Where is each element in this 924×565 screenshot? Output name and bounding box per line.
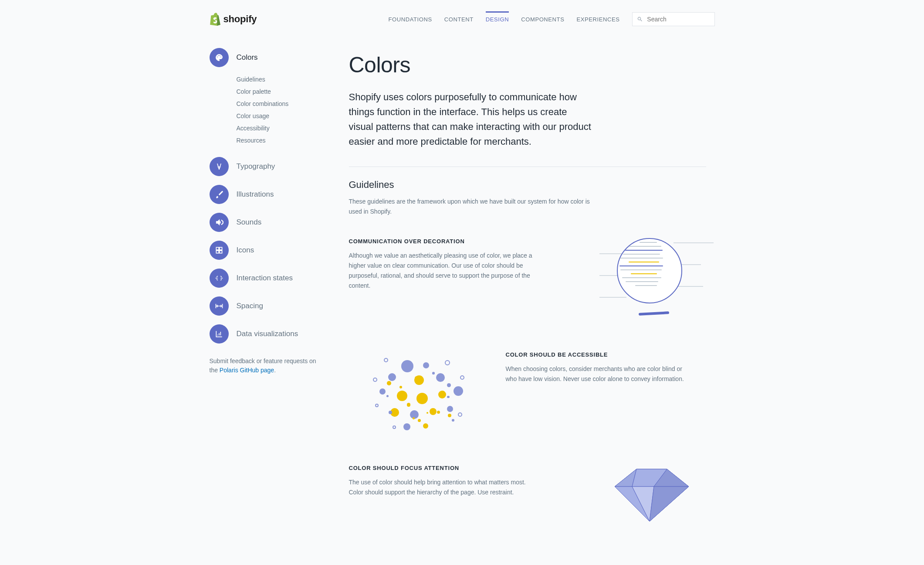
gem-illustration [597,465,702,521]
brush-icon [210,185,229,204]
sidebar-item-label: Colors [237,53,258,62]
palette-icon [210,48,229,67]
sidebar-item-label: Illustrations [237,190,274,199]
sound-icon [210,213,229,232]
sidebar-item-illustrations[interactable]: Illustrations [210,180,323,208]
nav-components[interactable]: COMPONENTS [521,16,564,23]
github-link[interactable]: Polaris GitHub page [220,367,274,374]
sidebar: ColorsGuidelinesColor paletteColor combi… [210,44,323,552]
sidebar-item-colors[interactable]: Colors [210,44,323,71]
nav-foundations[interactable]: FOUNDATIONS [389,16,432,23]
block-eyebrow: COLOR SHOULD BE ACCESSIBLE [506,351,706,358]
nav-experiences[interactable]: EXPERIENCES [576,16,619,23]
top-bar: shopify FOUNDATIONSCONTENTDESIGNCOMPONEN… [210,0,715,31]
primary-nav: FOUNDATIONSCONTENTDESIGNCOMPONENTSEXPERI… [389,12,715,26]
sidebar-item-data-visualizations[interactable]: Data visualizations [210,320,323,348]
divider [349,167,706,167]
sidebar-sub-resources[interactable]: Resources [237,134,323,146]
interaction-icon [210,269,229,288]
nav-content[interactable]: CONTENT [444,16,474,23]
block-body: When choosing colors, consider merchants… [506,364,693,384]
guideline-block: COLOR SHOULD BE ACCESSIBLEWhen choosing … [349,351,706,434]
dots-illustration [366,351,471,434]
block-body: The use of color should help bring atten… [349,477,536,497]
type-icon [210,157,229,176]
block-body: Although we value an aesthetically pleas… [349,251,536,291]
sidebar-item-label: Icons [237,246,254,255]
sidebar-sub-guidelines[interactable]: Guidelines [237,73,323,85]
brand-logo[interactable]: shopify [210,13,257,26]
guideline-block: COMMUNICATION OVER DECORATIONAlthough we… [349,238,706,321]
shopify-bag-icon [210,13,221,26]
sidebar-item-label: Spacing [237,302,263,310]
search-icon [637,16,643,23]
svg-marker-6 [650,487,689,521]
sidebar-sub-color-usage[interactable]: Color usage [237,110,323,122]
sidebar-sub-color-palette[interactable]: Color palette [237,85,323,98]
sidebar-item-typography[interactable]: Typography [210,153,323,180]
sidebar-item-sounds[interactable]: Sounds [210,208,323,236]
sidebar-item-label: Data visualizations [237,330,298,338]
guideline-block: COLOR SHOULD FOCUS ATTENTIONThe use of c… [349,465,706,521]
sidebar-item-label: Sounds [237,218,262,227]
sidebar-item-label: Typography [237,162,275,171]
sidebar-item-spacing[interactable]: Spacing [210,292,323,320]
sidebar-sub-accessibility[interactable]: Accessibility [237,122,323,134]
magnifier-illustration [613,238,687,321]
page-title: Colors [349,52,706,78]
chart-icon [210,324,229,344]
spacing-icon [210,296,229,316]
nav-design[interactable]: DESIGN [486,11,509,23]
sidebar-footer: Submit feedback or feature requests on t… [210,357,323,375]
sidebar-sub-color-combinations[interactable]: Color combinations [237,98,323,110]
block-eyebrow: COMMUNICATION OVER DECORATION [349,238,575,245]
sidebar-item-interaction-states[interactable]: Interaction states [210,264,323,292]
grid-icon [210,241,229,260]
brand-name: shopify [223,14,257,25]
main-content: Colors Shopify uses colors purposefully … [349,44,706,552]
search-box[interactable] [632,12,715,26]
section-subtext: These guidelines are the framework upon … [349,197,593,216]
section-heading: Guidelines [349,179,706,191]
sidebar-item-label: Interaction states [237,274,293,282]
page-lead: Shopify uses colors purposefully to comm… [349,90,593,149]
search-input[interactable] [646,15,710,23]
block-eyebrow: COLOR SHOULD FOCUS ATTENTION [349,465,575,471]
sidebar-item-icons[interactable]: Icons [210,236,323,264]
